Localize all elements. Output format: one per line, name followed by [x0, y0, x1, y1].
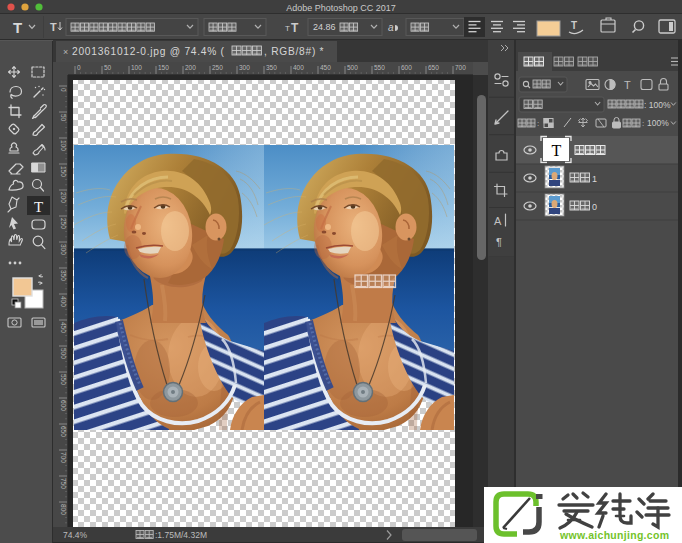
svg-text:550: 550: [60, 374, 67, 385]
svg-text:550: 550: [374, 64, 385, 71]
svg-text:450: 450: [60, 322, 67, 333]
svg-text:¶: ¶: [496, 236, 502, 248]
svg-text:800: 800: [60, 504, 67, 515]
svg-text:Adobe Photoshop CC 2017: Adobe Photoshop CC 2017: [286, 3, 396, 13]
svg-text:150: 150: [158, 64, 169, 71]
svg-text:0: 0: [60, 88, 67, 92]
svg-text:0: 0: [592, 202, 597, 212]
svg-text:400: 400: [60, 296, 67, 307]
svg-text:250: 250: [60, 218, 67, 229]
svg-text:350: 350: [266, 64, 277, 71]
svg-text:600: 600: [401, 64, 412, 71]
svg-text:T: T: [571, 20, 577, 31]
svg-text:T: T: [285, 24, 290, 33]
svg-text:750: 750: [60, 478, 67, 489]
svg-text:50: 50: [104, 64, 112, 71]
svg-text:300: 300: [60, 244, 67, 255]
svg-text:A: A: [494, 215, 502, 227]
svg-text:50: 50: [60, 114, 67, 122]
svg-text:, RGB/8#) *: , RGB/8#) *: [264, 46, 324, 57]
svg-text:2001361012-0.jpg @ 74.4% (: 2001361012-0.jpg @ 74.4% (: [72, 46, 225, 57]
svg-text:T: T: [291, 21, 299, 35]
svg-text:200: 200: [185, 64, 196, 71]
svg-text:450: 450: [320, 64, 331, 71]
svg-text:150: 150: [60, 166, 67, 177]
svg-text:500: 500: [347, 64, 358, 71]
svg-text:300: 300: [239, 64, 250, 71]
svg-text:×: ×: [63, 47, 68, 57]
svg-text::1.75M/4.32M: :1.75M/4.32M: [155, 530, 207, 540]
svg-text:700: 700: [455, 64, 466, 71]
svg-text:700: 700: [60, 452, 67, 463]
svg-text:www.aichunjing.com: www.aichunjing.com: [559, 529, 669, 541]
svg-text:1: 1: [592, 174, 597, 184]
svg-text:100%: 100%: [647, 118, 669, 128]
svg-text:T: T: [13, 19, 22, 36]
svg-text:100: 100: [60, 140, 67, 151]
svg-text:T: T: [34, 199, 43, 215]
svg-text:400: 400: [293, 64, 304, 71]
svg-text:a: a: [388, 22, 394, 33]
svg-text:: 100%: : 100%: [644, 100, 671, 110]
svg-text:T: T: [624, 79, 631, 91]
svg-text:650: 650: [428, 64, 439, 71]
svg-text:600: 600: [60, 400, 67, 411]
svg-text:74.4%: 74.4%: [63, 530, 88, 540]
svg-text:250: 250: [212, 64, 223, 71]
svg-text:200: 200: [60, 192, 67, 203]
svg-text:T: T: [552, 142, 562, 159]
svg-text:350: 350: [60, 270, 67, 281]
svg-text::: :: [642, 119, 644, 128]
svg-text::: :: [537, 119, 539, 128]
svg-text:0: 0: [77, 64, 81, 71]
svg-text:650: 650: [60, 426, 67, 437]
svg-text:24.86: 24.86: [313, 22, 336, 32]
svg-text:T: T: [50, 21, 57, 33]
svg-text:100: 100: [131, 64, 142, 71]
svg-text:500: 500: [60, 348, 67, 359]
